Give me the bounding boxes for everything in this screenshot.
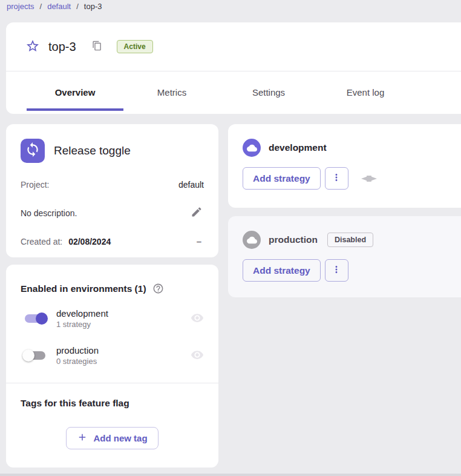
development-visibility-button[interactable] (191, 311, 204, 326)
environment-name: production (56, 345, 99, 355)
breadcrumb: projects / default / top-3 (7, 2, 102, 11)
environment-row-development: development 1 strategy (21, 306, 204, 331)
add-strategy-button[interactable]: Add strategy (243, 167, 321, 190)
flag-type-badge (21, 139, 45, 163)
created-label: Created at: (21, 237, 62, 246)
project-row: Project: default (21, 180, 204, 190)
environment-menu-button[interactable] (325, 167, 348, 190)
project-value: default (178, 180, 204, 190)
breadcrumb-link-default[interactable]: default (47, 2, 71, 11)
tab-overview[interactable]: Overview (27, 71, 123, 113)
flag-type-row: Release toggle (21, 139, 204, 163)
viewport-bottom-strip (0, 474, 461, 476)
dash-placeholder: – (197, 236, 204, 246)
created-value: 02/08/2024 (68, 237, 111, 246)
development-card-actions: Add strategy (243, 167, 459, 190)
breadcrumb-separator: / (76, 2, 79, 11)
production-card-actions: Add strategy (243, 259, 459, 282)
environment-card-name: development (269, 142, 327, 153)
add-strategy-button[interactable]: Add strategy (243, 259, 321, 282)
development-strategies-card: development Add strategy (228, 124, 461, 208)
project-label: Project: (21, 180, 49, 190)
flag-header-card: top-3 Active Overview Metrics Settings E… (6, 22, 461, 114)
tags-title: Tags for this feature flag (21, 398, 204, 409)
eye-icon (191, 348, 204, 363)
created-row: Created at: 02/08/2024 – (21, 236, 204, 246)
copy-name-button[interactable] (92, 41, 102, 53)
connection-indicator-icon (361, 176, 378, 182)
favorite-button[interactable] (25, 39, 41, 55)
production-card-header: production Disabled (243, 231, 459, 249)
breadcrumb-current: top-3 (84, 2, 102, 11)
production-visibility-button[interactable] (191, 348, 204, 363)
star-outline-icon (25, 39, 40, 55)
eye-icon (191, 311, 204, 326)
tab-bar: Overview Metrics Settings Event log (6, 71, 461, 113)
status-badge: Active (117, 40, 153, 53)
flag-type-label: Release toggle (54, 144, 131, 157)
tab-event-log[interactable]: Event log (317, 71, 414, 113)
flag-details-card: Release toggle Project: default No descr… (6, 124, 218, 257)
environment-strategy-count: 1 strategy (56, 320, 108, 329)
pencil-icon (191, 206, 203, 220)
enabled-environments-title: Enabled in environments (1) (21, 283, 146, 294)
kebab-icon (331, 264, 342, 277)
production-toggle[interactable] (25, 351, 45, 360)
copy-icon (92, 41, 102, 53)
plus-icon (77, 432, 88, 445)
environment-strategy-count: 0 strategies (56, 357, 99, 366)
development-card-header: development (243, 139, 459, 157)
environment-menu-button[interactable] (325, 259, 348, 282)
flag-title-row: top-3 Active (6, 22, 461, 71)
enabled-environments-section: Enabled in environments (1) development … (6, 265, 218, 383)
environment-row-production: production 0 strategies (21, 343, 204, 368)
tags-section: Tags for this feature flag Add new tag (6, 383, 218, 464)
environments-panel: Enabled in environments (1) development … (6, 265, 218, 468)
add-new-tag-label: Add new tag (93, 433, 147, 443)
description-text: No description. (21, 208, 77, 218)
tab-settings[interactable]: Settings (220, 71, 317, 113)
disabled-badge: Disabled (327, 233, 373, 247)
development-toggle[interactable] (25, 314, 45, 323)
breadcrumb-separator: / (40, 2, 42, 11)
question-circle-icon[interactable] (152, 283, 164, 294)
environment-name: development (56, 308, 108, 319)
kebab-icon (331, 172, 342, 185)
flag-name-title: top-3 (48, 40, 76, 54)
add-new-tag-button[interactable]: Add new tag (66, 427, 159, 449)
cloud-icon (243, 139, 261, 157)
tab-metrics[interactable]: Metrics (123, 71, 220, 113)
description-row: No description. (21, 205, 204, 221)
environment-card-name: production (269, 234, 318, 245)
cloud-icon (243, 231, 261, 249)
created-at: Created at: 02/08/2024 (21, 237, 111, 246)
edit-description-button[interactable] (189, 205, 204, 221)
page: projects / default / top-3 top-3 Active … (0, 0, 461, 476)
breadcrumb-link-projects[interactable]: projects (7, 2, 34, 11)
production-strategies-card: production Disabled Add strategy (228, 216, 461, 297)
loop-icon (25, 142, 41, 160)
